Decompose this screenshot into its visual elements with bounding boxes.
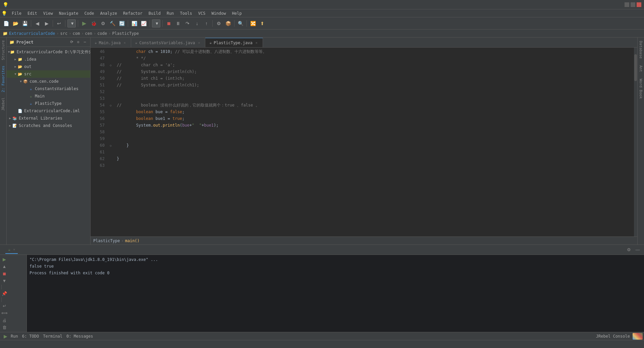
menu-item-analyze[interactable]: Analyze bbox=[97, 10, 120, 16]
menu-item-vcs[interactable]: VCS bbox=[196, 10, 208, 16]
tab-close-plastictype-java[interactable]: ✕ bbox=[255, 41, 259, 45]
open-module-settings-button[interactable]: 📦 bbox=[224, 19, 232, 27]
bottom-panel-content[interactable]: "C:\Program Files\Java\jdk1.8.0_191\bin\… bbox=[27, 255, 644, 332]
minimize-button[interactable] bbox=[625, 2, 629, 7]
code-content[interactable]: char ch = 1010; // 可以是十进制数、八进制数、十六进制数等等。… bbox=[114, 48, 634, 236]
terminal-label[interactable]: Terminal bbox=[43, 334, 62, 339]
tree-item-out[interactable]: ▶ 📂 out bbox=[7, 63, 90, 70]
collapse-action-btn[interactable]: — bbox=[82, 40, 88, 45]
jrebel-dropdown[interactable]: ▼ bbox=[152, 19, 160, 27]
todo-label[interactable]: 6: TODO bbox=[22, 334, 39, 339]
breadcrumb-item-3[interactable]: cen bbox=[85, 31, 92, 36]
run-tab-icon: ☕ bbox=[8, 247, 10, 252]
tree-item-idea[interactable]: ▶ 📁 .idea bbox=[7, 56, 90, 63]
menu-item-help[interactable]: Help bbox=[229, 10, 245, 16]
scroll-up-btn[interactable]: ▲ bbox=[1, 263, 8, 270]
tree-item-scratches[interactable]: ▶ 📝 Scratches and Consoles bbox=[7, 122, 90, 129]
run-panel-settings-btn[interactable]: ⚙ bbox=[625, 246, 633, 254]
vcs-button[interactable]: 🔀 bbox=[249, 19, 257, 27]
debug-button[interactable]: 🐞 bbox=[90, 19, 98, 27]
run-tab-close[interactable]: ✕ bbox=[13, 248, 15, 251]
step-into-button[interactable]: ↓ bbox=[193, 19, 201, 27]
tab-close-main-java[interactable]: ✕ bbox=[123, 41, 127, 45]
print-btn[interactable]: 🖨 bbox=[1, 317, 8, 323]
stop-run-button[interactable]: ⏹ bbox=[1, 271, 8, 277]
breadcrumb-item-2[interactable]: com bbox=[72, 31, 80, 36]
messages-label[interactable]: 0: Messages bbox=[66, 334, 93, 339]
menu-item-tools[interactable]: Tools bbox=[177, 10, 195, 16]
open-button[interactable]: 📂 bbox=[11, 19, 19, 27]
tree-item-iml[interactable]: 📄 ExtracurricularCode.iml bbox=[7, 107, 90, 115]
tree-item-package[interactable]: ▼ 📦 com.cen.code bbox=[7, 78, 90, 85]
scroll-down-btn[interactable]: ▼ bbox=[1, 278, 8, 284]
menu-item-refactor[interactable]: Refactor bbox=[120, 10, 145, 16]
run-plastictype-tab[interactable]: ☕ ✕ bbox=[5, 246, 18, 254]
run-bottom-btn[interactable]: ▶ bbox=[1, 332, 9, 340]
breadcrumb-item-1[interactable]: src bbox=[60, 31, 68, 36]
project-dropdown[interactable]: ▼ bbox=[67, 19, 76, 27]
menu-item-edit[interactable]: Edit bbox=[25, 10, 40, 16]
search-button[interactable]: 🔍 bbox=[236, 19, 245, 27]
breadcrumb-item-0[interactable]: ExtracurricularCode bbox=[9, 31, 55, 36]
profile-button[interactable]: 📈 bbox=[140, 19, 148, 27]
editor-scrollbar[interactable] bbox=[634, 48, 637, 236]
step-over-button[interactable]: ↷ bbox=[183, 19, 192, 27]
run-button[interactable]: ▶ bbox=[80, 19, 88, 27]
settings-action-btn[interactable]: ⚙ bbox=[75, 40, 81, 45]
menu-item-file[interactable]: File bbox=[9, 10, 24, 16]
forward-button[interactable]: ▶ bbox=[43, 19, 51, 27]
editor-breadcrumb-method[interactable]: main() bbox=[125, 238, 140, 243]
rerun-button[interactable]: ▶ bbox=[1, 256, 8, 263]
close-button[interactable] bbox=[637, 2, 641, 7]
breadcrumb-item-4[interactable]: code bbox=[97, 31, 107, 36]
back-button[interactable]: ◀ bbox=[33, 19, 41, 27]
run-panel-minimize-btn[interactable]: — bbox=[634, 246, 641, 254]
pin-tab-btn[interactable]: 📌 bbox=[1, 290, 8, 296]
structure-tab[interactable]: Structure bbox=[0, 38, 6, 63]
build-button[interactable]: 🔨 bbox=[108, 19, 116, 27]
tree-item-constants[interactable]: ☕ ConstantsVariables bbox=[7, 85, 90, 92]
menu-item-view[interactable]: View bbox=[41, 10, 56, 16]
wrap-output-btn[interactable]: ↵ bbox=[1, 303, 8, 309]
softwrap-btn[interactable]: ⟺ bbox=[1, 310, 8, 316]
save-button[interactable]: 💾 bbox=[21, 19, 29, 27]
tree-item-src[interactable]: ▼ 📂 src bbox=[7, 70, 90, 78]
run-bottom-label[interactable]: Run bbox=[11, 334, 18, 339]
coverage-button[interactable]: 📊 bbox=[130, 19, 138, 27]
tree-item-main[interactable]: ☕ Main bbox=[7, 92, 90, 100]
menu-item-build[interactable]: Build bbox=[146, 10, 163, 16]
menu-item-code[interactable]: Code bbox=[82, 10, 97, 16]
new-file-button[interactable]: 📄 bbox=[2, 19, 10, 27]
word-book-vtab[interactable]: Word Book bbox=[638, 75, 644, 102]
tree-item-root[interactable]: ▼ 📁 ExtracurricularCode D:\学习文件夹 bbox=[7, 48, 90, 56]
run-config-button[interactable]: ⚙ bbox=[99, 19, 107, 27]
favorites-tab[interactable]: 2: Favorites bbox=[0, 63, 6, 95]
settings-button[interactable]: ⚙ bbox=[215, 19, 223, 27]
restore-button[interactable] bbox=[631, 2, 635, 7]
stop-button[interactable]: ⏹ bbox=[165, 19, 173, 27]
code-text-49: // System.out.println(ch); bbox=[117, 68, 197, 75]
database-vtab[interactable]: Database bbox=[638, 38, 644, 62]
tab-main-java[interactable]: ☕ Main.java ✕ bbox=[91, 38, 131, 47]
tab-close-constants-java[interactable]: ✕ bbox=[197, 41, 201, 45]
breadcrumb-item-5[interactable]: PlasticType bbox=[112, 31, 139, 36]
jrebel-vtab[interactable]: JRebel bbox=[0, 95, 6, 114]
step-out-button[interactable]: ↑ bbox=[202, 19, 210, 27]
undo-button[interactable]: ↩ bbox=[55, 19, 63, 27]
menu-item-navigate[interactable]: Navigate bbox=[56, 10, 81, 16]
menu-item-window[interactable]: Window bbox=[209, 10, 228, 16]
tree-item-plastictype[interactable]: ☕ PlasticType bbox=[7, 100, 90, 107]
pause-button[interactable]: ⏸ bbox=[174, 19, 182, 27]
tree-item-external-libs[interactable]: ▶ 📚 External Libraries bbox=[7, 115, 90, 122]
jrebel-console-label[interactable]: JRebel Console bbox=[596, 334, 630, 339]
rebuild-button[interactable]: 🔄 bbox=[118, 19, 126, 27]
bph-left: ☕ ✕ bbox=[3, 246, 18, 254]
tab-constants-java[interactable]: ☕ ConstantsVariables.java ✕ bbox=[131, 38, 206, 47]
ant-vtab[interactable]: Ant bbox=[638, 62, 644, 75]
update-button[interactable]: ⬆ bbox=[258, 19, 266, 27]
tab-plastictype-java[interactable]: ☕ PlasticType.java ✕ bbox=[205, 38, 263, 47]
editor-breadcrumb-class[interactable]: PlasticType bbox=[93, 238, 120, 243]
menu-item-run[interactable]: Run bbox=[164, 10, 177, 16]
sync-action-btn[interactable]: ⟳ bbox=[69, 40, 74, 45]
clear-btn[interactable]: 🗑 bbox=[1, 324, 8, 331]
